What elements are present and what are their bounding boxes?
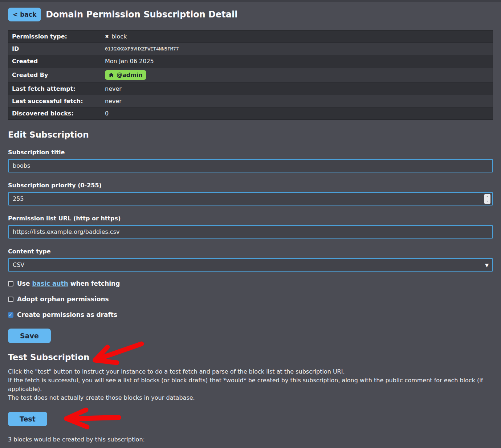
- detail-row-last-successful-fetch: Last successful fetch: never: [8, 95, 493, 107]
- adopt-orphans-checkbox-row: Adopt orphan permissions: [8, 296, 493, 303]
- detail-label: Created By: [12, 72, 105, 78]
- detail-label: Permission type:: [12, 33, 105, 40]
- test-button[interactable]: Test: [8, 412, 47, 426]
- detail-row-id: ID 01JGXK8XP3VHXZPWET4NN5FM77: [8, 43, 493, 55]
- detail-label: Created: [12, 58, 105, 65]
- save-button[interactable]: Save: [8, 329, 51, 343]
- content-type-group: Content type CSV ▼: [8, 248, 493, 272]
- adopt-orphans-label: Adopt orphan permissions: [17, 296, 109, 303]
- test-description: Click the "test" button to instruct your…: [8, 367, 493, 402]
- page-title: Domain Permission Subscription Detail: [46, 9, 237, 20]
- created-by-badge[interactable]: @admin: [105, 70, 146, 80]
- detail-value: @admin: [105, 70, 146, 80]
- stepper-down-icon[interactable]: ⌄: [486, 199, 489, 202]
- content-type-select[interactable]: CSV: [8, 258, 493, 272]
- page-header: < back Domain Permission Subscription De…: [8, 8, 493, 21]
- basic-auth-checkbox-row: Use basic auth when fetching: [8, 280, 493, 287]
- detail-row-created-by: Created By @admin: [8, 68, 493, 83]
- subscription-detail-table: Permission type: ✖ block ID 01JGXK8XP3VH…: [8, 30, 493, 120]
- subscription-title-group: Subscription title: [8, 149, 493, 172]
- basic-auth-checkbox[interactable]: [8, 281, 13, 286]
- detail-label: Discovered blocks:: [12, 110, 105, 117]
- subscription-title-label: Subscription title: [8, 149, 493, 156]
- subscription-priority-label: Subscription priority (0-255): [8, 182, 493, 189]
- edit-subscription-heading: Edit Subscription: [8, 130, 493, 139]
- detail-row-last-fetch-attempt: Last fetch attempt: never: [8, 83, 493, 95]
- adopt-orphans-checkbox[interactable]: [8, 297, 13, 302]
- last-fetch-attempt-value: never: [105, 85, 122, 92]
- block-x-icon: ✖: [105, 34, 109, 39]
- annotation-arrow-heading: [84, 340, 149, 369]
- created-date-value: Mon Jan 06 2025: [105, 58, 154, 65]
- create-drafts-checkbox[interactable]: [8, 312, 13, 318]
- subscription-priority-input[interactable]: [8, 192, 493, 205]
- annotation-arrow-test-button: [57, 407, 126, 431]
- create-drafts-label: Create permissions as drafts: [17, 311, 117, 318]
- test-result-summary: 3 blocks would be created by this subscr…: [8, 436, 493, 443]
- created-by-username: @admin: [117, 72, 143, 78]
- home-icon: [109, 73, 114, 78]
- detail-label: Last successful fetch:: [12, 98, 105, 105]
- basic-auth-link[interactable]: basic auth: [32, 280, 68, 287]
- window-top-edge: [0, 0, 501, 2]
- discovered-blocks-value: 0: [105, 110, 109, 117]
- permission-list-url-group: Permission list URL (http or https): [8, 215, 493, 239]
- subscription-priority-group: Subscription priority (0-255) ⌃⌄: [8, 182, 493, 205]
- permission-list-url-input[interactable]: [8, 225, 493, 239]
- detail-row-created: Created Mon Jan 06 2025: [8, 55, 493, 68]
- detail-row-permission-type: Permission type: ✖ block: [8, 30, 493, 43]
- create-drafts-checkbox-row: Create permissions as drafts: [8, 311, 493, 318]
- test-subscription-heading: Test Subscription: [8, 353, 89, 362]
- test-button-row: Test: [8, 402, 493, 426]
- detail-label: ID: [12, 45, 105, 52]
- detail-row-discovered-blocks: Discovered blocks: 0: [8, 107, 493, 119]
- page-content: < back Domain Permission Subscription De…: [0, 8, 501, 448]
- content-type-selected-value: CSV: [13, 261, 24, 268]
- back-button[interactable]: < back: [8, 8, 41, 21]
- number-stepper[interactable]: ⌃⌄: [484, 194, 490, 204]
- last-successful-fetch-value: never: [105, 98, 122, 105]
- subscription-id-value: 01JGXK8XP3VHXZPWET4NN5FM77: [105, 46, 179, 52]
- permission-type-value: block: [111, 33, 127, 40]
- content-type-label: Content type: [8, 248, 493, 255]
- basic-auth-label: Use basic auth when fetching: [17, 280, 120, 287]
- detail-label: Last fetch attempt:: [12, 85, 105, 92]
- permission-list-url-label: Permission list URL (http or https): [8, 215, 493, 222]
- subscription-title-input[interactable]: [8, 159, 493, 172]
- detail-value: ✖ block: [105, 33, 127, 40]
